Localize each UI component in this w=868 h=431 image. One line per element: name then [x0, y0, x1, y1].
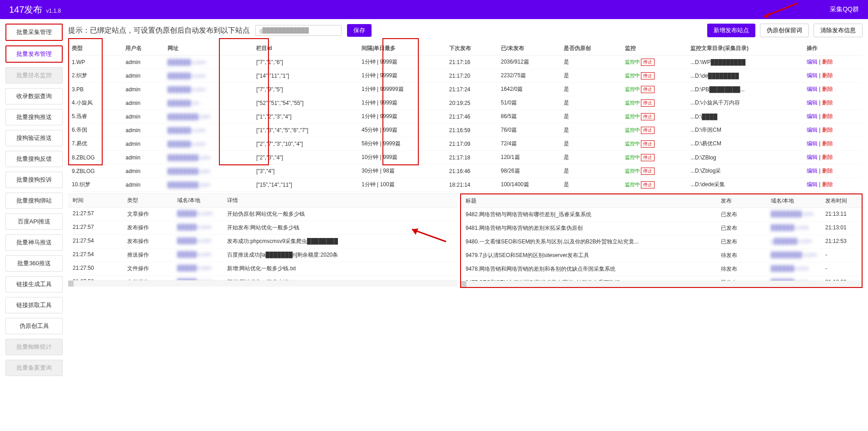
cell-pseudo: 是	[560, 83, 621, 96]
sidebar-item-7[interactable]: 批量搜狗投诉	[5, 172, 63, 188]
edit-link[interactable]: 编辑	[807, 181, 818, 188]
cell-ops: 编辑 | 删除	[803, 164, 863, 178]
sidebar-item-6[interactable]: 批量搜狗反馈	[5, 151, 63, 167]
sidebar-item-14[interactable]: 伪原创工具	[5, 318, 63, 334]
cell-monitor[interactable]: 监控中停止	[621, 96, 687, 110]
cell-type: 1.WP	[68, 55, 122, 69]
cell-user: admin	[122, 151, 164, 164]
sidebar-item-12[interactable]: 链接生成工具	[5, 276, 63, 292]
log-domain: ██████o.com	[766, 276, 821, 281]
delete-link[interactable]: 删除	[822, 86, 833, 92]
sidebar-item-9[interactable]: 百度API推送	[5, 213, 63, 230]
cell-url[interactable]: ████████.com	[164, 110, 253, 124]
delete-link[interactable]: 删除	[822, 181, 833, 188]
log-header-cell: 标题	[461, 194, 716, 208]
cell-monitor[interactable]: 监控中停止	[621, 124, 687, 137]
cell-url[interactable]: ██████o.com	[164, 124, 253, 137]
log-row: 21:27:54发布操作█████o.com发布成功:phpcmscmsv9采集…	[68, 235, 457, 248]
edit-link[interactable]: 编辑	[807, 140, 818, 147]
col-header: 类型	[68, 42, 122, 55]
edit-link[interactable]: 编辑	[807, 59, 818, 65]
log-domain: g██████o.com	[766, 235, 821, 248]
header-qq-link[interactable]: 采集QQ群	[830, 5, 859, 14]
cell-url[interactable]: ████████.com	[164, 164, 253, 178]
edit-link[interactable]: 编辑	[807, 113, 818, 119]
log-time: 21:27:54	[68, 235, 123, 248]
edit-link[interactable]: 编辑	[807, 127, 818, 133]
log-detail: 新增:网站优化一般多少钱.txt	[223, 276, 457, 280]
save-button[interactable]: 保存	[347, 24, 372, 37]
log-row: 9482.网络营销与网络营销有哪些差别_迅睿采集系统已发布████████.co…	[461, 208, 862, 222]
cell-monitor[interactable]: 监控中停止	[621, 178, 687, 192]
cell-next: 21:16:59	[446, 124, 497, 137]
col-header: 是否伪原创	[560, 42, 621, 55]
cell-colid: ["52","51","54","55"]	[253, 96, 358, 110]
sidebar-item-8[interactable]: 批量搜狗绑站	[5, 193, 63, 209]
log-pub: 已发布	[716, 235, 766, 248]
delete-link[interactable]: 删除	[822, 72, 833, 79]
sidebar-item-13[interactable]: 链接抓取工具	[5, 297, 63, 313]
delete-link[interactable]: 删除	[822, 127, 833, 133]
cell-url[interactable]: ██████o.com	[164, 137, 253, 151]
log-title: 9479.7步认清SEO和SEM的区别siteserver发布工具	[461, 249, 716, 262]
edit-link[interactable]: 编辑	[807, 154, 818, 160]
add-site-button[interactable]: 新增发布站点	[707, 24, 755, 37]
log-ptime: -	[821, 263, 862, 276]
log-type: 文件操作	[123, 276, 173, 280]
keep-words-button[interactable]: 伪原创保留词	[760, 24, 809, 37]
sidebar-item-3[interactable]: 收录数据查询	[5, 88, 63, 104]
col-header: 网址	[164, 42, 253, 55]
cell-ops: 编辑 | 删除	[803, 124, 863, 137]
clear-info-button[interactable]: 清除发布信息	[813, 24, 863, 37]
cell-url[interactable]: ██████i.cn	[164, 96, 253, 110]
cell-dir: ...D:\帝国CM	[687, 124, 803, 137]
scrollbar-h[interactable]	[68, 280, 457, 287]
table-row: 9.ZBLOGadmin████████.com["3","4"]30分钟 | …	[68, 164, 863, 178]
delete-link[interactable]: 删除	[822, 140, 833, 147]
sidebar-item-11[interactable]: 批量360推送	[5, 255, 63, 272]
delete-link[interactable]: 删除	[822, 113, 833, 119]
cell-user: admin	[122, 137, 164, 151]
cell-monitor[interactable]: 监控中停止	[621, 83, 687, 96]
cell-monitor[interactable]: 监控中停止	[621, 55, 687, 69]
app-version: v1.1.8	[46, 8, 61, 14]
cell-monitor[interactable]: 监控中停止	[621, 69, 687, 83]
sidebar-item-1[interactable]: 批量发布管理	[5, 45, 63, 63]
log-type: 发布操作	[123, 235, 173, 248]
cell-monitor[interactable]: 监控中停止	[621, 151, 687, 164]
cell-url[interactable]: ██████o.com	[164, 83, 253, 96]
cell-monitor[interactable]: 监控中停止	[621, 137, 687, 151]
delete-link[interactable]: 删除	[822, 168, 833, 174]
edit-link[interactable]: 编辑	[807, 72, 818, 79]
delete-link[interactable]: 删除	[822, 99, 833, 106]
col-header: 间隔|单日最多	[358, 42, 446, 55]
topbar-hint: 提示：已绑定站点，可设置伪原创后自动发布到以下站点	[68, 26, 250, 35]
cell-monitor[interactable]: 监控中停止	[621, 110, 687, 124]
cell-dir: ...D:\ZBlog	[687, 151, 803, 164]
sidebar-item-0[interactable]: 批量采集管理	[5, 24, 63, 41]
cell-count: 51/0篇	[497, 96, 560, 110]
log-header-cell: 发布时间	[821, 194, 862, 208]
scrollbar-h[interactable]	[461, 281, 862, 287]
cell-colid: ["2","3","4"]	[253, 151, 358, 164]
log-ptime: 21:12:00	[821, 276, 862, 281]
delete-link[interactable]: 删除	[822, 154, 833, 160]
topbar: 提示：已绑定站点，可设置伪原创后自动发布到以下站点 保存 新增发布站点 伪原创保…	[68, 24, 863, 37]
cell-next: 21:17:46	[446, 110, 497, 124]
sidebar-item-10[interactable]: 批量神马推送	[5, 234, 63, 251]
edit-link[interactable]: 编辑	[807, 99, 818, 106]
log-pub: 待发布	[716, 249, 766, 262]
pseudo-token-input[interactable]	[255, 25, 342, 36]
cell-url[interactable]: ██████o.com	[164, 69, 253, 83]
cell-url[interactable]: ████████.com	[164, 151, 253, 164]
edit-link[interactable]: 编辑	[807, 168, 818, 174]
cell-type: 6.帝国	[68, 124, 122, 137]
cell-url[interactable]: ████████.com	[164, 178, 253, 192]
sidebar-item-5[interactable]: 搜狗验证推送	[5, 130, 63, 146]
sidebar-item-4[interactable]: 批量搜狗推送	[5, 109, 63, 125]
edit-link[interactable]: 编辑	[807, 86, 818, 92]
cell-url[interactable]: ██████o.com	[164, 55, 253, 69]
cell-monitor[interactable]: 监控中停止	[621, 164, 687, 178]
delete-link[interactable]: 删除	[822, 59, 833, 65]
table-row: 3.PBadmin██████o.com["7","9","5"]1分钟 | 9…	[68, 83, 863, 96]
